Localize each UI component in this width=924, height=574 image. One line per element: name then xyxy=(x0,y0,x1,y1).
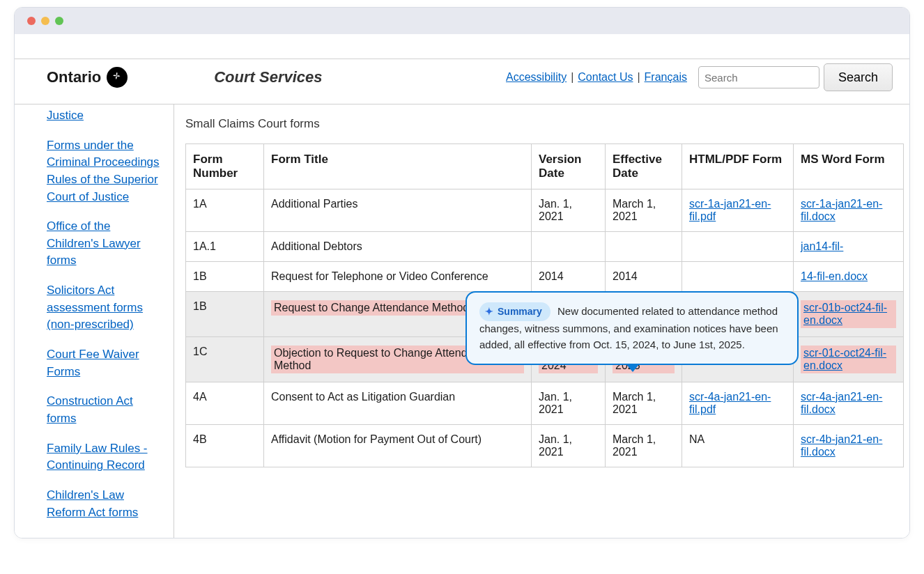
word-link[interactable]: 14-fil-en.docx xyxy=(801,270,868,282)
word-link[interactable]: scr-01c-oct24-fil-en.docx xyxy=(801,346,896,373)
sidebar-item-justice[interactable]: Justice xyxy=(47,109,84,122)
window-zoom-dot[interactable] xyxy=(55,17,63,25)
col-effective-date: Effective Date xyxy=(606,144,682,189)
main-content: Small Claims Court forms Form Number For… xyxy=(174,104,909,538)
top-spacer xyxy=(15,34,909,59)
sidebar-item-childrens-law-reform[interactable]: Children's Law Reform Act forms xyxy=(47,488,138,519)
table-header-row: Form Number Form Title Version Date Effe… xyxy=(186,144,904,189)
word-link[interactable]: scr-4a-jan21-en-fil.docx xyxy=(801,391,882,415)
cell-effective: March 1, 2021 xyxy=(606,382,682,425)
table-row: 4A Consent to Act as Litigation Guardian… xyxy=(186,382,904,425)
sidebar: Justice Forms under the Criminal Proceed… xyxy=(15,104,174,538)
divider: | xyxy=(637,71,640,84)
cell-pdf-na: NA xyxy=(682,425,794,467)
sidebar-item-criminal-proceedings[interactable]: Forms under the Criminal Proceedings Rul… xyxy=(47,139,160,203)
pdf-link[interactable]: scr-1a-jan21-en-fil.pdf xyxy=(689,198,771,222)
cell-pdf xyxy=(682,262,794,292)
browser-window: Ontario Court Services Accessibility | C… xyxy=(14,7,910,538)
ontario-logo: Ontario xyxy=(47,67,128,88)
summary-badge-label: Summary xyxy=(498,304,542,319)
cell-number: 4A xyxy=(186,382,264,425)
divider: | xyxy=(571,71,573,84)
table-row: 1B Request for Telephone or Video Confer… xyxy=(186,262,904,292)
col-version-date: Version Date xyxy=(532,144,606,189)
cell-pdf xyxy=(682,232,794,262)
francais-link[interactable]: Français xyxy=(645,71,687,84)
app-title: Court Services xyxy=(214,68,322,86)
page-body: Ontario Court Services Accessibility | C… xyxy=(15,34,909,538)
cell-effective: March 1, 2021 xyxy=(606,189,682,232)
search-input[interactable] xyxy=(698,66,819,88)
cell-version: 2014 xyxy=(532,262,606,292)
word-link[interactable]: scr-4b-jan21-en-fil.docx xyxy=(801,433,882,458)
cell-effective: 2014 xyxy=(606,262,682,292)
table-row: 4B Affidavit (Motion for Payment Out of … xyxy=(186,425,904,467)
sidebar-item-childrens-lawyer[interactable]: Office of the Children's Lawyer forms xyxy=(47,219,141,267)
header-links: Accessibility | Contact Us | Français Se… xyxy=(506,63,893,91)
col-html-pdf: HTML/PDF Form xyxy=(682,144,794,189)
summary-badge: ✦ Summary xyxy=(479,302,550,321)
cell-number: 4B xyxy=(186,425,264,467)
cell-title: Request for Telephone or Video Conferenc… xyxy=(264,262,532,292)
cell-title: Additional Parties xyxy=(264,189,532,232)
content-area: Justice Forms under the Criminal Proceed… xyxy=(15,104,909,538)
trillium-icon xyxy=(107,67,128,88)
word-link[interactable]: scr-1a-jan21-en-fil.docx xyxy=(801,198,882,222)
cell-number: 1B xyxy=(186,292,264,337)
pdf-link[interactable]: scr-4a-jan21-en-fil.pdf xyxy=(689,391,771,415)
cell-number: 1A.1 xyxy=(186,232,264,262)
cell-number: 1A xyxy=(186,189,264,232)
cell-title: Additional Debtors xyxy=(264,232,532,262)
word-link[interactable]: scr-01b-oct24-fil-en.docx xyxy=(801,300,896,328)
cell-number: 1C xyxy=(186,337,264,382)
cell-title: Request to Change Attendance Method xyxy=(271,300,472,316)
col-form-number: Form Number xyxy=(186,144,264,189)
col-form-title: Form Title xyxy=(264,144,532,189)
table-title: Small Claims Court forms xyxy=(185,117,904,131)
sidebar-item-fee-waiver[interactable]: Court Fee Waiver Forms xyxy=(47,348,139,378)
accessibility-link[interactable]: Accessibility xyxy=(506,71,567,84)
window-close-dot[interactable] xyxy=(27,17,36,25)
sparkle-icon: ✦ xyxy=(485,304,493,319)
cell-version: Jan. 1, 2021 xyxy=(532,425,606,467)
cell-version: Jan. 1, 2021 xyxy=(532,382,606,425)
province-name: Ontario xyxy=(47,68,101,86)
sidebar-item-family-law[interactable]: Family Law Rules - Continuing Record xyxy=(47,442,148,472)
table-row: 1A Additional Parties Jan. 1, 2021 March… xyxy=(186,189,904,232)
table-row: 1A.1 Additional Debtors jan14-fil- xyxy=(186,232,904,262)
cell-number: 1B xyxy=(186,262,264,292)
cell-title: Affidavit (Motion for Payment Out of Cou… xyxy=(264,425,532,467)
cell-version xyxy=(532,232,606,262)
sidebar-item-solicitors-act[interactable]: Solicitors Act assessment forms (non-pre… xyxy=(47,284,143,331)
sidebar-item-construction-act[interactable]: Construction Act forms xyxy=(47,394,133,425)
window-minimize-dot[interactable] xyxy=(41,17,49,25)
summary-callout: ✦ Summary New documented related to atte… xyxy=(465,291,799,365)
word-link[interactable]: jan14-fil- xyxy=(801,240,843,252)
cell-effective: March 1, 2021 xyxy=(606,425,682,467)
cell-effective xyxy=(606,232,682,262)
search-button[interactable]: Search xyxy=(824,63,893,91)
browser-chrome xyxy=(15,8,909,34)
cell-version: Jan. 1, 2021 xyxy=(532,189,606,232)
contact-us-link[interactable]: Contact Us xyxy=(578,71,633,84)
site-header: Ontario Court Services Accessibility | C… xyxy=(15,59,909,104)
col-ms-word: MS Word Form xyxy=(794,144,904,189)
cell-title: Consent to Act as Litigation Guardian xyxy=(264,382,532,425)
